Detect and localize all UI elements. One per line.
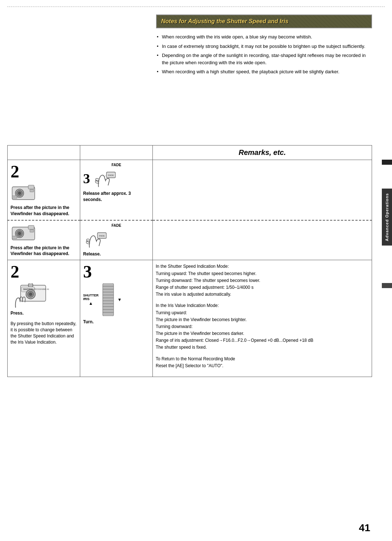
action-label-row3: Turn. — [83, 319, 150, 325]
shutter-label: SHUTTER — [83, 294, 99, 297]
side-tab-label: Advanced Operations — [385, 193, 389, 241]
notes-item-2: In case of extremely strong backlight, i… — [156, 43, 372, 50]
camera-icon-row1 — [11, 183, 40, 203]
step-number-row1: 2 — [11, 163, 77, 180]
remarks-cell-row1 — [153, 160, 372, 220]
notes-header: Notes for Adjusting the Shutter Speed an… — [156, 15, 372, 28]
step-cell-row3: 2 SHUTTER ◄PROGRAMM — [8, 260, 80, 377]
svg-rect-11 — [28, 225, 34, 229]
notes-list: When recording with the iris wide open, … — [156, 33, 372, 75]
page-container: Advanced Operations Notes for Adjusting … — [0, 0, 392, 541]
svg-rect-27 — [103, 283, 114, 316]
action-cell-row2: FADE FADE Release. — [80, 220, 153, 260]
action-label-row1: Release after approx. 3 seconds. — [83, 190, 150, 203]
svg-rect-5 — [30, 189, 34, 192]
svg-text:FADE: FADE — [99, 234, 105, 237]
remarks-cell-row3: In the Shutter Speed Indication Mode: Tu… — [153, 260, 372, 377]
action-cell-row3: 3 SHUTTER IRIS ▲ — [80, 260, 153, 377]
svg-line-9 — [105, 175, 106, 176]
action-cell-row1: FADE 3 FADE — [80, 160, 153, 220]
arrow-down-icon: ▼ — [118, 297, 122, 302]
svg-point-14 — [18, 232, 21, 235]
svg-point-26 — [29, 293, 32, 296]
svg-text:FADE: FADE — [108, 174, 114, 176]
fade-label-row1: FADE — [83, 163, 150, 167]
step-sub-label-row3: By pressing the button repeatedly, it is… — [11, 321, 77, 345]
notes-item-3: Depending on the angle of the sunlight i… — [156, 52, 372, 66]
fade-label-row2: FADE — [83, 224, 150, 228]
shutter-button-icon: SHUTTER ◄PROGRAMME AE — [11, 283, 54, 309]
remarks-shutter-mode: In the Shutter Speed Indication Mode: Tu… — [156, 263, 369, 298]
notes-item-1: When recording with the iris wide open, … — [156, 33, 372, 41]
arrow-up-icon: ▲ — [83, 301, 99, 306]
svg-rect-15 — [30, 229, 34, 232]
step-number-row3: 2 — [11, 263, 77, 280]
svg-rect-6 — [12, 196, 17, 198]
side-indicator-2 — [382, 283, 392, 288]
hand-icon-row1: FADE — [92, 169, 118, 189]
side-indicator-1 — [382, 160, 392, 165]
remarks-header: Remarks, etc. — [238, 148, 286, 156]
remarks-return: To Return to the Normal Recording Mode R… — [156, 356, 369, 369]
dial-icon — [101, 283, 115, 316]
top-border — [7, 7, 385, 7]
notes-header-text: Notes for Adjusting the Shutter Speed an… — [161, 18, 289, 24]
camera-icon-row2 — [11, 224, 40, 243]
svg-rect-1 — [28, 185, 34, 189]
main-table-area: Remarks, etc. 2 — [7, 145, 372, 523]
step-label-row2: Press after the picture in the Viewfinde… — [11, 245, 77, 257]
main-table: Remarks, etc. 2 — [7, 145, 372, 377]
iris-label: IRIS — [83, 297, 99, 301]
step-cell-row2: Press after the picture in the Viewfinde… — [8, 220, 80, 260]
svg-point-4 — [18, 192, 21, 195]
step-label-row3: Press. — [11, 310, 77, 316]
hand-icon-row2: FADE — [83, 230, 109, 250]
page-number: 41 — [359, 522, 370, 534]
remarks-cell-row2 — [153, 220, 372, 260]
remarks-content-row3: In the Shutter Speed Indication Mode: Tu… — [156, 263, 369, 369]
svg-rect-16 — [12, 236, 17, 238]
notes-section: Notes for Adjusting the Shutter Speed an… — [156, 15, 372, 78]
notes-item-4: When recording with a high shutter speed… — [156, 68, 372, 75]
step-cell-row1: 2 Press after the pict — [8, 160, 80, 220]
action-step-number-row1: 3 — [83, 172, 90, 185]
action-step-number-row3: 3 — [83, 263, 150, 280]
svg-text:◄PROGRAMME AE: ◄PROGRAMME AE — [32, 288, 49, 290]
remarks-iris-mode: In the Iris Value Indication Mode: Turni… — [156, 302, 369, 351]
side-tab: Advanced Operations — [382, 189, 392, 246]
action-label-row2: Release. — [83, 251, 150, 257]
step-label-row1: Press after the picture in the Viewfinde… — [11, 205, 77, 217]
